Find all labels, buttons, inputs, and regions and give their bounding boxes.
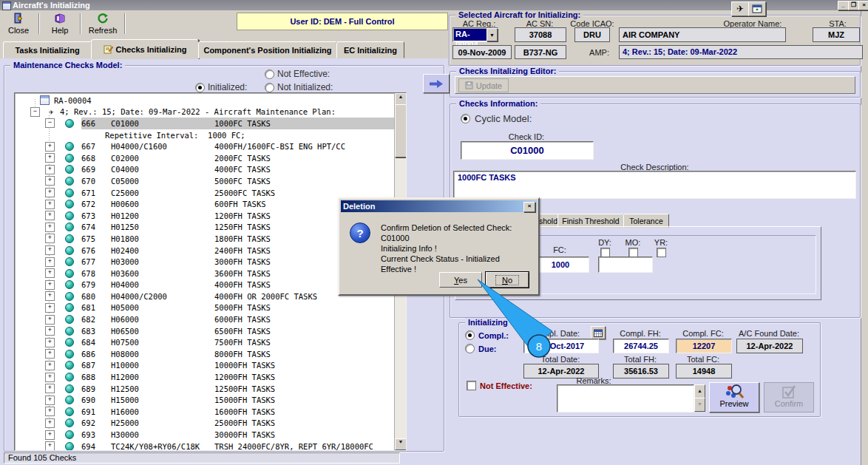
close-window-button[interactable]: × bbox=[858, 1, 868, 10]
expand-icon[interactable]: + bbox=[45, 200, 55, 209]
move-check-button[interactable] bbox=[423, 74, 450, 93]
tree-row[interactable]: +687H1000010000FH TASKS bbox=[15, 360, 394, 372]
compl-radio[interactable]: Compl.: bbox=[465, 330, 509, 340]
expand-icon[interactable]: + bbox=[45, 188, 55, 197]
scroll-down-icon[interactable]: ▼ bbox=[395, 438, 407, 450]
update-button[interactable]: Update bbox=[458, 78, 509, 92]
radio-initialized[interactable]: Initialized: bbox=[195, 82, 247, 92]
not-effective-checkbox-icon[interactable] bbox=[467, 381, 476, 390]
expand-icon[interactable]: + bbox=[45, 234, 55, 243]
tree-row-sub[interactable]: Repetitive Interval: 1000 FC; bbox=[15, 129, 394, 141]
expand-icon[interactable]: + bbox=[45, 245, 55, 255]
expand-icon[interactable]: + bbox=[45, 291, 55, 301]
tree-row[interactable]: +683H065006500FH TASKS bbox=[15, 325, 394, 337]
minimize-button[interactable]: _ bbox=[838, 1, 849, 10]
expand-icon[interactable]: + bbox=[45, 338, 55, 347]
expand-icon[interactable]: + bbox=[45, 430, 55, 440]
expand-icon[interactable]: + bbox=[45, 315, 55, 325]
expand-icon[interactable]: + bbox=[45, 361, 55, 370]
compl-fc-field[interactable]: 12207 bbox=[676, 339, 732, 353]
restore-button[interactable]: ❐ bbox=[848, 1, 859, 10]
yr-checkbox[interactable] bbox=[657, 248, 666, 257]
not-effective-radio-icon[interactable] bbox=[265, 69, 274, 79]
not-effective-checkbox[interactable]: Not Effective: bbox=[467, 381, 532, 390]
tree-row[interactable]: +690H1500015000FH TASKS bbox=[15, 394, 394, 406]
expand-icon[interactable]: + bbox=[45, 142, 55, 152]
tree-row-plan[interactable]: −✈4; Rev.: 15; Date: 09-Mar-2022 - Aircr… bbox=[15, 106, 394, 118]
tree-row[interactable]: +667H04000/C16004000FH/1600FC-BSI ENG HP… bbox=[15, 140, 394, 152]
expand-icon[interactable]: + bbox=[45, 407, 55, 416]
expand-icon[interactable]: + bbox=[45, 418, 55, 428]
cyclic-radio-icon[interactable] bbox=[461, 114, 470, 123]
due-radio-icon[interactable] bbox=[465, 344, 475, 353]
tree-row[interactable]: +684H075007500FH TASKS bbox=[15, 336, 394, 348]
expand-icon[interactable]: + bbox=[45, 211, 55, 220]
tree-row[interactable]: +691H1600016000FH TASKS bbox=[15, 406, 394, 418]
tree-row[interactable]: +689H1250012500FH TASKS bbox=[15, 383, 394, 395]
preview-button[interactable]: Preview bbox=[709, 382, 759, 413]
due-radio[interactable]: Due: bbox=[465, 344, 496, 353]
expand-icon[interactable]: + bbox=[45, 165, 55, 174]
tree-row[interactable]: +669C040004000FC TASKS bbox=[15, 164, 394, 176]
cyclic-model-radio[interactable]: Cyclic Model: bbox=[461, 113, 532, 124]
tree-row-root[interactable]: RA-00004 bbox=[15, 95, 394, 106]
dialog-close-icon[interactable]: × bbox=[523, 202, 535, 212]
tab-checks-initializing[interactable]: Checks Initializing bbox=[91, 39, 199, 59]
send-plan-button[interactable]: ✈ bbox=[731, 1, 749, 16]
radio-not-effective[interactable]: Not Effective: bbox=[265, 69, 330, 79]
tab-tasks-initializing[interactable]: Tasks Initializing bbox=[3, 41, 92, 58]
ac-reg-combo[interactable]: RA-00004 ▼ bbox=[452, 27, 498, 42]
export-window-button[interactable] bbox=[748, 1, 766, 16]
expand-icon[interactable]: + bbox=[45, 349, 55, 359]
tree-row[interactable]: +670C050005000FC TASKS bbox=[15, 175, 394, 187]
remarks-scroll-down-icon[interactable]: ▼ bbox=[694, 398, 705, 412]
compl-radio-icon[interactable] bbox=[465, 330, 475, 340]
tree-row[interactable]: +682H060006000FH TASKS bbox=[15, 313, 394, 325]
fc-field[interactable]: 1000 bbox=[532, 257, 589, 273]
collapse-icon[interactable]: − bbox=[45, 118, 55, 128]
remarks-textarea[interactable] bbox=[557, 384, 694, 413]
ac-reg-dropdown-icon[interactable]: ▼ bbox=[486, 28, 498, 41]
tree-row[interactable]: +692H2500025000FH TASKS bbox=[15, 418, 394, 430]
scroll-up-icon[interactable]: ▲ bbox=[395, 93, 407, 105]
tree-row[interactable]: +693H3000030000FH TASKS bbox=[15, 429, 394, 441]
radio-not-initialized[interactable]: Not Initialized: bbox=[265, 82, 333, 92]
calendar-button[interactable] bbox=[591, 326, 606, 339]
dialog-title-bar[interactable]: Deletion × bbox=[341, 200, 537, 212]
expand-icon[interactable]: + bbox=[45, 257, 55, 267]
expand-icon[interactable]: + bbox=[45, 326, 55, 336]
expand-icon[interactable]: + bbox=[45, 396, 55, 405]
tab-ec-initializing[interactable]: EC Initializing bbox=[336, 41, 404, 58]
tree-row[interactable]: −666C010001000FC TASKS bbox=[15, 118, 394, 129]
check-id-field[interactable]: C01000 bbox=[461, 141, 594, 160]
expand-icon[interactable]: + bbox=[45, 280, 55, 290]
no-button[interactable]: No bbox=[486, 272, 529, 288]
compl-date-field[interactable]: 14-Oct-2017 bbox=[523, 339, 599, 353]
expand-icon[interactable]: + bbox=[45, 303, 55, 313]
expand-icon[interactable]: + bbox=[45, 373, 55, 382]
expand-icon[interactable]: + bbox=[45, 441, 55, 451]
dmy-field[interactable] bbox=[598, 257, 653, 273]
remarks-scroll-up-icon[interactable]: ▲ bbox=[694, 384, 705, 398]
tab-components-position[interactable]: Component's Position Initializing bbox=[198, 41, 337, 58]
tree-row[interactable]: +681H050005000FH TASKS bbox=[15, 302, 394, 314]
tree-row[interactable]: +694TC24K/Y08+RY06/C18KTRSH 24000FC/8YR,… bbox=[15, 441, 394, 451]
initialized-radio-icon[interactable] bbox=[195, 83, 205, 92]
compl-fh-field[interactable]: 26744.25 bbox=[613, 339, 669, 353]
expand-icon[interactable]: + bbox=[45, 268, 55, 278]
expand-icon[interactable]: + bbox=[45, 153, 55, 163]
confirm-button[interactable]: Confirm bbox=[764, 382, 814, 413]
tree-row[interactable]: +686H080008000FH TASKS bbox=[15, 348, 394, 360]
not-initialized-radio-icon[interactable] bbox=[265, 83, 274, 92]
check-desc-field[interactable]: 1000FC TASKS bbox=[453, 171, 856, 199]
help-button[interactable]: Help bbox=[43, 12, 77, 35]
expand-icon[interactable]: + bbox=[45, 223, 55, 232]
tree-row[interactable]: +668C020002000FC TASKS bbox=[15, 152, 394, 164]
refresh-button[interactable]: Refresh bbox=[84, 12, 121, 35]
tree-row[interactable]: +671C2500025000FC TASKS bbox=[15, 187, 394, 199]
collapse-icon[interactable]: − bbox=[30, 107, 40, 117]
tree-row[interactable]: +688H1200012000FH TASKS bbox=[15, 371, 394, 383]
expand-icon[interactable]: + bbox=[45, 176, 55, 186]
close-button[interactable]: Close bbox=[1, 12, 35, 35]
expand-icon[interactable]: + bbox=[45, 384, 55, 393]
